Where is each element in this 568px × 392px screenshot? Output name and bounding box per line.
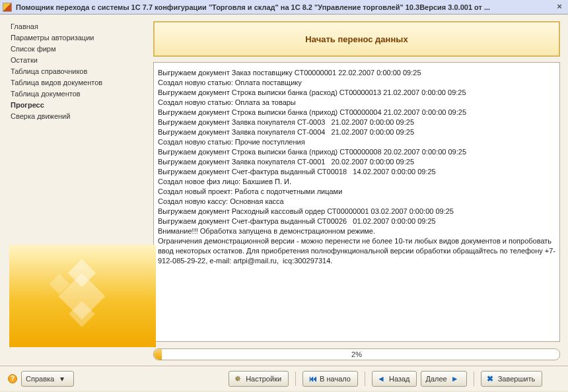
progress-label: 2% — [154, 349, 559, 360]
progress-bar: 2% — [153, 348, 560, 360]
arrow-left-icon: ◄ — [376, 374, 386, 383]
finish-label: Завершить — [498, 375, 535, 383]
log-line: Выгружаем документ Строка выписки банка … — [158, 88, 555, 98]
settings-button[interactable]: ✵ Настройки — [229, 371, 289, 387]
finish-icon: ✖ — [485, 374, 495, 383]
log-line: Создал новую статью: Оплата поставщику — [158, 78, 555, 88]
log-line: Выгружаем документ Счет-фактура выданный… — [158, 167, 555, 177]
log-line: Внимание!!! Обработка запущена в демонст… — [158, 226, 555, 236]
sidebar-item-7[interactable]: Прогресс — [8, 100, 149, 111]
titlebar: Помощник перехода с системы 1С 7.7 конфи… — [0, 0, 568, 15]
log-output: Выгружаем документ Заказ поставщику СТ00… — [153, 62, 560, 342]
sidebar-item-8[interactable]: Сверка движений — [8, 111, 149, 122]
back-button[interactable]: ◄ Назад — [372, 371, 417, 387]
sidebar-item-2[interactable]: Список фирм — [8, 44, 149, 55]
log-line: Выгружаем документ Заказ поставщику СТ00… — [158, 68, 555, 78]
sidebar-decoration — [9, 245, 156, 347]
sidebar-item-1[interactable]: Параметры авторизации — [8, 32, 149, 44]
progress-row: 2% — [153, 347, 560, 362]
sidebar-item-6[interactable]: Таблица документов — [8, 88, 149, 100]
close-icon[interactable]: × — [553, 2, 565, 13]
tools-icon: ✵ — [233, 374, 242, 383]
separator — [295, 372, 296, 386]
sidebar-item-4[interactable]: Таблица справочников — [8, 66, 149, 77]
log-line: Ограничения демонстрационной версии - мо… — [158, 236, 555, 266]
finish-button[interactable]: ✖ Завершить — [481, 371, 542, 387]
arrow-right-icon: ► — [450, 374, 460, 383]
log-line: Выгружаем документ Расходный кассовый ор… — [158, 207, 555, 216]
goto-start-label: В начало — [320, 375, 351, 383]
log-line: Создал новую статью: Прочие поступления — [158, 137, 555, 147]
next-button[interactable]: Далее ► — [421, 371, 466, 387]
log-line: Создал новую кассу: Основная касса — [158, 197, 555, 207]
help-button[interactable]: Справка ▾ — [21, 371, 74, 387]
log-line: Создал новый проект: Работа с подотчетны… — [158, 187, 555, 197]
log-line: Выгружаем документ Строка выписки банка … — [158, 147, 555, 157]
main-panel: Начать перенос данных Выгружаем документ… — [153, 21, 560, 362]
settings-label: Настройки — [246, 375, 281, 383]
back-label: Назад — [389, 375, 410, 383]
log-line: Выгружаем документ Заявка покупателя СТ-… — [158, 157, 555, 167]
log-line: Создал новую статью: Оплата за товары — [158, 98, 555, 108]
start-transfer-button[interactable]: Начать перенос данных — [153, 21, 560, 57]
separator — [474, 372, 474, 386]
sidebar-item-5[interactable]: Таблица видов документов — [8, 77, 149, 88]
bottom-toolbar: ? Справка ▾ ✵ Настройки ⏮ В начало ◄ Наз… — [0, 366, 568, 391]
separator — [365, 372, 365, 386]
app-icon — [3, 3, 12, 12]
goto-start-button[interactable]: ⏮ В начало — [302, 371, 358, 387]
window-title: Помощник перехода с системы 1С 7.7 конфи… — [16, 3, 553, 11]
log-line: Выгружаем документ Заявка покупателя СТ-… — [158, 117, 555, 127]
log-line: Выгружаем документ Счет-фактура выданный… — [158, 216, 555, 226]
sidebar-item-0[interactable]: Главная — [8, 21, 149, 32]
help-icon-button[interactable]: ? — [8, 374, 17, 383]
log-line: Выгружаем документ Заявка покупателя СТ-… — [158, 127, 555, 137]
chevron-down-icon: ▾ — [57, 374, 67, 383]
log-line: Выгружаем документ Строка выписки банка … — [158, 108, 555, 117]
log-line: Создал новое физ лицо: Бахшиев П. И. — [158, 177, 555, 187]
help-label: Справка — [26, 375, 54, 383]
rewind-icon: ⏮ — [307, 374, 316, 383]
next-label: Далее — [425, 375, 446, 383]
sidebar-item-3[interactable]: Остатки — [8, 55, 149, 66]
svg-rect-1 — [68, 259, 96, 286]
